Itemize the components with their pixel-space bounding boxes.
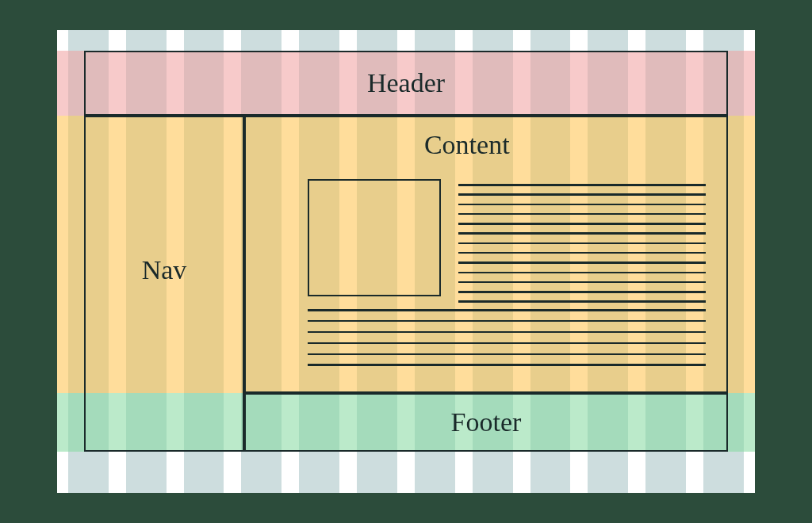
wireframe-text-lines-bottom [308,309,706,366]
nav-region: Nav [84,116,244,452]
content-wireframe [308,179,706,371]
header-label: Header [367,68,445,98]
content-label: Content [424,130,510,160]
content-region: Content [244,116,728,393]
wireframe-image-placeholder [308,179,441,296]
wireframe-text-lines-right [458,184,706,303]
nav-label: Nav [142,255,187,285]
header-region: Header [84,51,728,116]
layout-diagram: Header Nav Content Footer [57,30,755,493]
footer-region: Footer [244,393,728,452]
footer-label: Footer [451,407,522,437]
